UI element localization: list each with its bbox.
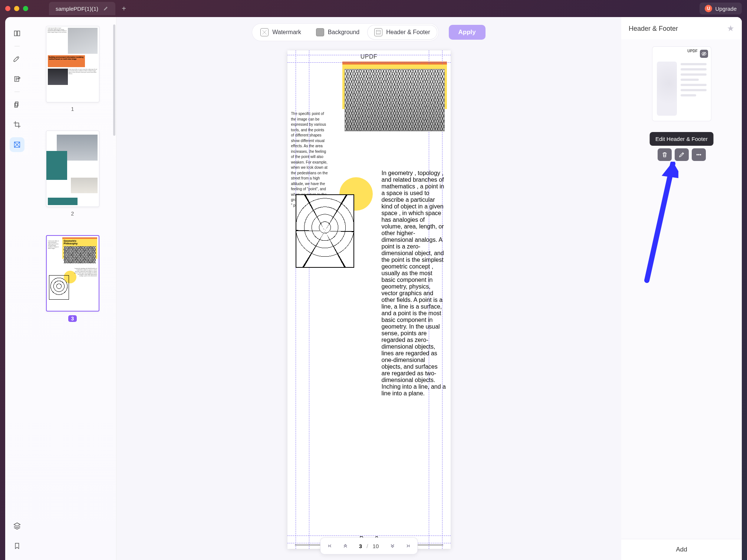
header-footer-icon (374, 28, 382, 36)
document-tab[interactable]: samplePDF(1)(1) (49, 2, 115, 15)
favorite-icon[interactable]: ★ (727, 24, 734, 33)
document-tab-title: samplePDF(1)(1) (56, 6, 98, 12)
svg-point-6 (698, 154, 699, 155)
next-page-button[interactable] (385, 539, 399, 553)
svg-rect-0 (376, 30, 381, 34)
thumbnail-1-number: 1 (71, 106, 74, 112)
highlighter-button[interactable] (10, 52, 24, 66)
document-viewport[interactable]: UPDF GeometricPhilosophy The specific po… (116, 47, 621, 560)
page-navigator: 3 / 10 (320, 538, 418, 554)
watermark-tab[interactable]: Watermark (254, 25, 308, 39)
first-page-button[interactable] (323, 539, 337, 553)
background-icon (316, 28, 324, 36)
minimize-window-button[interactable] (14, 6, 19, 11)
add-preset-button[interactable]: Add (621, 539, 742, 560)
upgrade-button[interactable]: U Upgrade (700, 3, 742, 14)
svg-marker-8 (662, 162, 678, 179)
left-toolbar (5, 17, 29, 560)
spiral-image (296, 194, 354, 268)
rename-icon[interactable] (103, 6, 109, 12)
reader-mode-button[interactable] (10, 26, 24, 41)
delete-preset-button[interactable] (658, 148, 672, 161)
document-page: UPDF GeometricPhilosophy The specific po… (287, 50, 451, 549)
upgrade-badge-icon: U (705, 5, 712, 12)
maximize-window-button[interactable] (23, 6, 28, 11)
thumbnail-scrollbar[interactable] (113, 24, 115, 136)
right-column-text: In geometry , topology , and related bra… (382, 170, 447, 397)
left-column-text: The specific point of the image can be e… (291, 111, 328, 208)
thumbnail-3-number: 3 (68, 315, 77, 322)
total-pages: 10 (373, 543, 379, 549)
main-canvas-area: Watermark Background Header & Footer App… (116, 17, 621, 560)
edit-text-button[interactable] (10, 72, 24, 86)
organize-pages-button[interactable] (10, 97, 24, 112)
prev-page-button[interactable] (338, 539, 352, 553)
close-window-button[interactable] (5, 6, 10, 11)
right-panel: Header & Footer ★ UPDF Edit Header & Foo… (621, 17, 742, 560)
thumbnail-2[interactable]: 2 (36, 131, 109, 217)
background-tab[interactable]: Background (309, 25, 366, 39)
upgrade-label: Upgrade (715, 6, 737, 12)
header-footer-preset[interactable]: UPDF (652, 47, 711, 121)
new-tab-button[interactable]: + (118, 3, 129, 14)
page-tools-toolbar: Watermark Background Header & Footer App… (116, 17, 621, 47)
visibility-toggle-icon[interactable] (700, 50, 708, 58)
hero-image (345, 69, 445, 131)
header-footer-tab[interactable]: Header & Footer (368, 25, 437, 39)
edit-tooltip: Edit Header & Footer (649, 132, 714, 146)
title-bar: samplePDF(1)(1) + U Upgrade (0, 0, 747, 17)
layers-button[interactable] (10, 518, 24, 533)
edit-preset-button[interactable] (675, 148, 689, 161)
right-panel-title: Header & Footer (629, 25, 678, 33)
watermark-icon (260, 28, 269, 36)
more-preset-button[interactable] (692, 148, 706, 161)
thumbnail-panel: Lorem ipsum dolor sit amet consectetur a… (29, 17, 116, 560)
current-page[interactable]: 3 (359, 543, 362, 549)
apply-button[interactable]: Apply (449, 25, 486, 40)
crop-button[interactable] (10, 117, 24, 132)
page-tools-button[interactable] (10, 137, 24, 152)
thumbnail-3[interactable]: Geometric Philosophy Lorem ipsum dolor s… (36, 235, 109, 322)
annotation-arrow (641, 162, 678, 288)
thumbnail-2-number: 2 (71, 211, 74, 217)
svg-point-7 (700, 154, 701, 155)
window-controls (5, 6, 28, 11)
page-header-text: UPDF (291, 53, 447, 60)
thumbnail-1[interactable]: Lorem ipsum dolor sit amet consectetur a… (36, 26, 109, 112)
svg-point-5 (697, 154, 697, 155)
last-page-button[interactable] (401, 539, 415, 553)
bookmark-button[interactable] (10, 538, 24, 553)
